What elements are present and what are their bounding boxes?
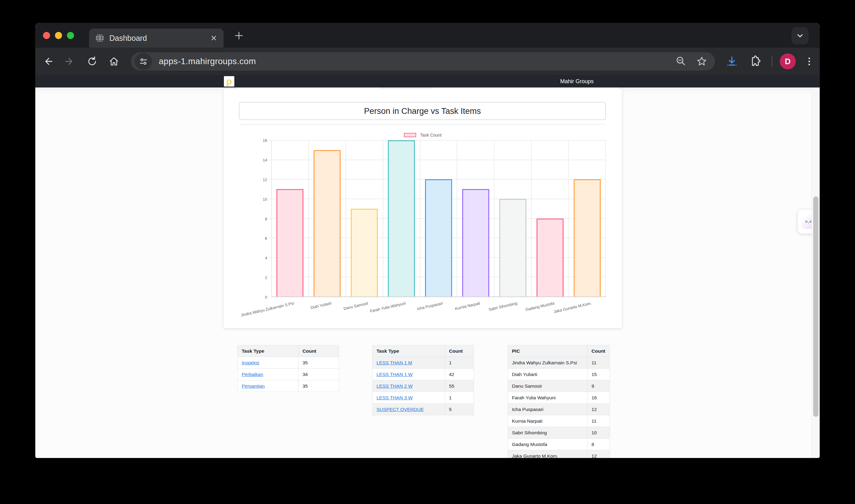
downloads-button[interactable] xyxy=(725,54,739,69)
y-tick-label: 4 xyxy=(265,256,267,260)
table-row: Kurnia Narpati11 xyxy=(508,415,610,427)
y-tick-label: 14 xyxy=(263,158,267,162)
count-cell: 35 xyxy=(298,380,339,392)
table-link[interactable]: Pergantian xyxy=(242,383,265,389)
home-button[interactable] xyxy=(107,54,121,69)
legend-swatch xyxy=(404,133,416,137)
table-row: SUSPECT OVERDUE5 xyxy=(372,403,474,415)
count-cell: 12 xyxy=(588,403,610,415)
label-cell: Sabri Sihombing xyxy=(508,427,588,438)
back-button[interactable] xyxy=(41,54,55,69)
tab-title: Dashboard xyxy=(109,34,209,43)
minimize-window-button[interactable] xyxy=(55,32,62,39)
close-window-button[interactable] xyxy=(43,32,50,39)
bar-4[interactable] xyxy=(388,140,415,296)
count-cell: 42 xyxy=(445,368,474,380)
count-cell: 10 xyxy=(588,427,610,438)
brand-name: Mahir Groups xyxy=(560,75,594,88)
x-tick-label: Kurnia Narpati xyxy=(455,301,480,311)
label-cell: LESS THAN 2 W xyxy=(372,380,445,392)
y-tick-label: 10 xyxy=(263,197,267,201)
label-cell: Perbaikan xyxy=(238,368,298,380)
avatar-initial: D xyxy=(785,57,791,66)
bar-7[interactable] xyxy=(499,199,526,296)
url-bar[interactable]: apps-1.mahirgroups.com xyxy=(131,52,715,71)
table-link[interactable]: Perbaikan xyxy=(242,372,263,377)
chart-category-cell xyxy=(383,140,420,296)
y-tick-label: 2 xyxy=(265,275,267,280)
site-logo[interactable]: ρ xyxy=(224,76,234,87)
y-tick-label: 0 xyxy=(265,295,267,300)
table-row: Gadang Mustofa8 xyxy=(508,438,610,450)
url-text[interactable]: apps-1.mahirgroups.com xyxy=(159,56,256,66)
label-cell: LESS THAN 1 M xyxy=(372,357,445,368)
chart-category-cell xyxy=(494,140,531,296)
x-tick-label: Jaka Gunarto M.Kom. xyxy=(553,301,592,314)
table-link[interactable]: LESS THAN 1 M xyxy=(377,360,412,365)
column-header: Count xyxy=(445,345,474,357)
table-row: Diah Yuliarti15 xyxy=(508,368,610,380)
task-deadline-summary: Task TypeCountLESS THAN 1 M1LESS THAN 1 … xyxy=(372,345,474,415)
bar-6[interactable] xyxy=(462,189,489,296)
scrollbar-track[interactable] xyxy=(812,88,820,458)
browser-menu-button[interactable] xyxy=(802,54,817,69)
profile-avatar[interactable]: D xyxy=(780,53,796,69)
forward-button[interactable] xyxy=(63,54,77,69)
bar-9[interactable] xyxy=(574,179,601,296)
site-settings-button[interactable] xyxy=(135,53,152,70)
chevron-down-icon xyxy=(796,31,804,40)
table-row: Sabri Sihombing10 xyxy=(508,427,610,438)
toolbar-divider xyxy=(772,56,772,67)
label-cell: Danu Samosir xyxy=(508,380,588,392)
reload-icon xyxy=(87,56,98,67)
table-link[interactable]: LESS THAN 3 W xyxy=(377,395,413,400)
zoom-out-indicator-icon[interactable] xyxy=(675,56,687,67)
new-tab-button[interactable] xyxy=(230,27,247,44)
chart-category-cell xyxy=(531,140,569,296)
label-cell: LESS THAN 1 W xyxy=(372,368,445,380)
column-header: Count xyxy=(298,345,339,357)
label-cell: LESS THAN 3 W xyxy=(372,392,445,403)
y-axis-labels: 0246810121416 xyxy=(224,140,267,297)
column-header: PIC xyxy=(508,345,588,357)
scrollbar-thumb[interactable] xyxy=(813,196,818,417)
tab-search-button[interactable] xyxy=(791,27,809,44)
label-cell: Jaka Gunarto M.Kom. xyxy=(508,450,588,458)
column-header: Count xyxy=(588,345,610,357)
count-cell: 16 xyxy=(588,392,610,403)
label-cell: Pergantian xyxy=(238,380,298,392)
task-deadline-table: Task TypeCountLESS THAN 1 M1LESS THAN 1 … xyxy=(372,345,474,415)
bar-5[interactable] xyxy=(425,179,452,296)
tab-close-icon[interactable] xyxy=(209,33,219,43)
bar-3[interactable] xyxy=(351,209,378,296)
page-viewport: ρ Mahir Groups Person in Charge vs Task … xyxy=(35,75,820,458)
table-link[interactable]: Inspeksi xyxy=(242,360,259,365)
tab-strip: Dashboard xyxy=(35,23,820,48)
x-tick-label: Danu Samosir xyxy=(343,301,369,311)
y-tick-label: 16 xyxy=(263,138,267,143)
bar-2[interactable] xyxy=(314,150,341,296)
pic-table: PICCountJindra Wahyu Zulkarnain S.Psi11D… xyxy=(508,345,610,458)
bar-8[interactable] xyxy=(537,218,563,297)
table-link[interactable]: LESS THAN 2 W xyxy=(377,383,413,389)
table-link[interactable]: LESS THAN 1 W xyxy=(377,372,413,377)
x-tick-label: Jindra Wahyu Zulkarnain S.Psi xyxy=(241,301,295,318)
chart-title: Person in Charge vs Task Items xyxy=(239,102,606,120)
bookmark-star-icon[interactable] xyxy=(696,56,708,67)
chart-category-cell xyxy=(569,140,606,296)
y-tick-label: 8 xyxy=(265,216,267,221)
chart-legend[interactable]: Task Count xyxy=(224,131,622,139)
x-tick-label: Icha Puspasari xyxy=(416,301,443,311)
count-cell: 1 xyxy=(445,392,474,403)
extensions-button[interactable] xyxy=(747,54,762,69)
reload-button[interactable] xyxy=(85,54,99,69)
x-tick-label: Sabri Sihombing xyxy=(488,301,518,312)
zoom-window-button[interactable] xyxy=(67,32,74,39)
x-tick-label: Gadang Mustofa xyxy=(525,301,555,312)
back-arrow-icon xyxy=(42,56,53,67)
column-header: Task Type xyxy=(372,345,445,357)
table-row: Jindra Wahyu Zulkarnain S.Psi11 xyxy=(508,357,610,368)
browser-tab-dashboard[interactable]: Dashboard xyxy=(89,29,224,48)
bar-1[interactable] xyxy=(276,189,303,296)
table-link[interactable]: SUSPECT OVERDUE xyxy=(377,407,424,412)
